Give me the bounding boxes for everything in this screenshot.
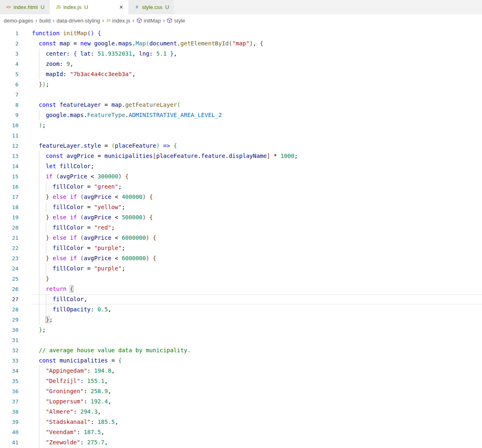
line-number[interactable]: 35 <box>0 376 18 386</box>
code-token <box>66 234 70 241</box>
code-line[interactable]: "Loppersum": 192.4, <box>32 396 482 407</box>
code-line[interactable]: const municipalities = { <box>32 356 482 366</box>
tab-style.css[interactable]: #style.cssU <box>129 0 174 14</box>
code-line[interactable]: fillColor = "red"; <box>32 223 482 233</box>
code-line[interactable]: const avgPrice = municipalities[placeFea… <box>32 151 482 161</box>
line-number[interactable]: 36 <box>0 386 18 396</box>
code-line[interactable] <box>32 131 482 141</box>
code-line[interactable]: "Almere": 294.3, <box>32 407 482 417</box>
close-icon[interactable]: × <box>113 4 123 11</box>
line-number[interactable]: 20 <box>0 223 18 233</box>
line-number[interactable]: 31 <box>0 335 18 345</box>
indent-guide <box>39 315 46 325</box>
line-number[interactable]: 21 <box>0 233 18 243</box>
line-number[interactable]: 1 <box>0 28 18 38</box>
line-number[interactable]: 29 <box>0 315 18 325</box>
line-number[interactable]: 32 <box>0 345 18 356</box>
line-number[interactable]: 6 <box>0 79 18 90</box>
line-number[interactable]: 5 <box>0 69 18 79</box>
code-token: : <box>77 429 84 435</box>
breadcrumb-item-build[interactable]: build <box>39 18 50 24</box>
line-number[interactable]: 26 <box>0 284 18 294</box>
code-line[interactable]: google.maps.FeatureType.ADMINISTRATIVE_A… <box>32 110 482 120</box>
code-line[interactable]: let fillColor; <box>32 161 482 171</box>
line-number[interactable]: 8 <box>0 100 18 110</box>
line-number[interactable]: 25 <box>0 274 18 284</box>
line-number[interactable]: 30 <box>0 325 18 335</box>
breadcrumb-item-style[interactable]: style <box>167 18 185 24</box>
breadcrumb-item-initMap[interactable]: initMap <box>136 18 161 24</box>
line-number[interactable]: 18 <box>0 202 18 212</box>
code-line[interactable]: fillColor = "green"; <box>32 182 482 192</box>
line-number[interactable]: 23 <box>0 253 18 263</box>
code-line[interactable]: "Delfzijl": 155.1, <box>32 376 482 386</box>
code-line[interactable]: "Appingedam": 194.8, <box>32 366 482 376</box>
line-number[interactable]: 40 <box>0 427 18 437</box>
code-line[interactable]: } else if (avgPrice < 400000) { <box>32 192 482 202</box>
line-number[interactable]: 39 <box>0 417 18 427</box>
code-line[interactable]: }); <box>32 79 482 90</box>
code-token: avgPrice <box>84 214 111 221</box>
line-number[interactable]: 10 <box>0 120 18 131</box>
code-line[interactable]: fillColor = "purple"; <box>32 243 482 253</box>
code-line[interactable]: } <box>32 274 482 284</box>
code-line[interactable]: zoom: 9, <box>32 59 482 69</box>
breadcrumb-item-index.js[interactable]: JSindex.js <box>106 18 130 24</box>
code-line[interactable]: return { <box>32 284 482 294</box>
line-number[interactable]: 4 <box>0 59 18 69</box>
tab-index.js[interactable]: JSindex.jsU× <box>50 0 129 14</box>
code-line[interactable]: if (avgPrice < 300000) { <box>32 171 482 182</box>
code-line[interactable]: ); <box>32 120 482 131</box>
line-number[interactable]: 15 <box>0 171 18 182</box>
line-number[interactable]: 3 <box>0 49 18 59</box>
code-line[interactable]: function initMap() { <box>32 28 482 38</box>
line-number[interactable]: 41 <box>0 437 18 448</box>
code-line[interactable]: }; <box>32 315 482 325</box>
code-line[interactable] <box>32 90 482 100</box>
indent-guide <box>32 100 39 110</box>
breadcrumb-item-data-driven-styling[interactable]: data-driven-styling <box>57 18 100 24</box>
code-line[interactable] <box>32 335 482 345</box>
line-number[interactable]: 12 <box>0 141 18 151</box>
line-number[interactable]: 2 <box>0 38 18 49</box>
line-number[interactable]: 9 <box>0 110 18 120</box>
code-line[interactable]: featureLayer.style = (placeFeature) => { <box>32 141 482 151</box>
code-line[interactable]: const featureLayer = map.getFeatureLayer… <box>32 100 482 110</box>
code-line[interactable]: } else if (avgPrice < 500000) { <box>32 212 482 223</box>
code-line[interactable]: fillOpacity: 0.5, <box>32 304 482 315</box>
code-line[interactable]: const map = new google.maps.Map(document… <box>32 38 482 49</box>
code-line[interactable]: fillColor = "yellow"; <box>32 202 482 212</box>
code-line[interactable]: "Veendam": 187.5, <box>32 427 482 437</box>
code-line[interactable]: } else if (avgPrice < 6000000) { <box>32 253 482 263</box>
code-line[interactable]: } else if (avgPrice < 6000000) { <box>32 233 482 243</box>
tab-index.html[interactable]: <>index.htmlU <box>0 0 50 14</box>
code-line[interactable]: center: { lat: 51.9352031, lng: 5.1 }, <box>32 49 482 59</box>
code-line[interactable]: "Groningen": 258.9, <box>32 386 482 396</box>
line-number[interactable]: 14 <box>0 161 18 171</box>
line-number[interactable]: 17 <box>0 192 18 202</box>
code-line[interactable]: // average house value data by municipal… <box>32 345 482 356</box>
breadcrumb-item-demo-pages[interactable]: demo-pages <box>4 18 33 24</box>
line-number[interactable]: 27 <box>0 294 18 304</box>
line-number[interactable]: 11 <box>0 131 18 141</box>
code-line[interactable]: fillColor, <box>32 294 482 304</box>
code-editor[interactable]: 1234567891011121314151617181920212223242… <box>0 27 482 448</box>
line-number[interactable]: 7 <box>0 90 18 100</box>
line-number[interactable]: 13 <box>0 151 18 161</box>
code-token: "red" <box>94 224 111 231</box>
code-line[interactable]: "Zeewolde": 275.7, <box>32 437 482 448</box>
code-line[interactable]: }; <box>32 325 482 335</box>
line-number[interactable]: 34 <box>0 366 18 376</box>
code-token: , <box>132 50 139 57</box>
code-line[interactable]: mapId: "7b3ac4a4cc3eeb3a", <box>32 69 482 79</box>
code-line[interactable]: fillColor = "purple"; <box>32 263 482 274</box>
line-number[interactable]: 33 <box>0 356 18 366</box>
line-number[interactable]: 16 <box>0 182 18 192</box>
line-number[interactable]: 19 <box>0 212 18 223</box>
line-number[interactable]: 22 <box>0 243 18 253</box>
line-number[interactable]: 24 <box>0 263 18 274</box>
code-line[interactable]: "Stadskanaal": 185.5, <box>32 417 482 427</box>
line-number[interactable]: 28 <box>0 304 18 315</box>
line-number[interactable]: 38 <box>0 407 18 417</box>
line-number[interactable]: 37 <box>0 396 18 407</box>
